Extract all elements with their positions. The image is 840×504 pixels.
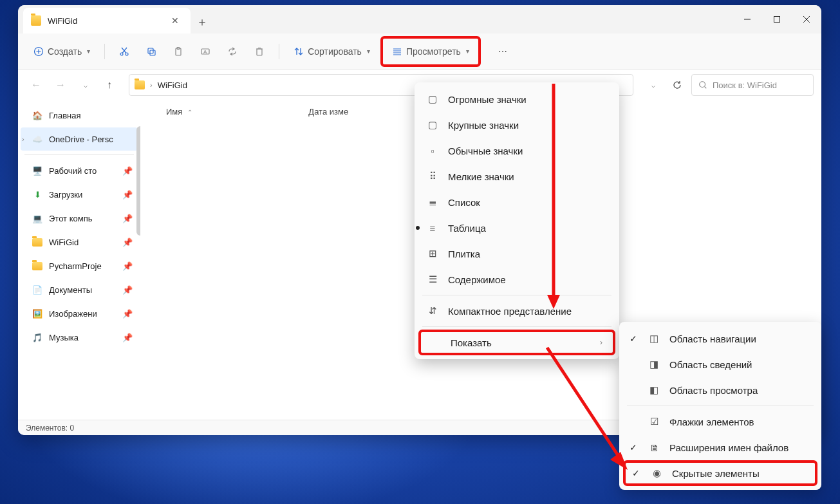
view-small[interactable]: ⠿Мелкие значки (418, 163, 615, 189)
delete-button[interactable] (248, 40, 271, 63)
cut-button[interactable] (113, 40, 136, 63)
chevron-down-icon: ▾ (466, 48, 469, 55)
new-tab-button[interactable]: ＋ (191, 10, 214, 33)
nav-forward[interactable]: → (50, 75, 71, 95)
pane-icon: ◧ (648, 384, 660, 396)
minimize-button[interactable] (733, 5, 762, 33)
refresh-button[interactable] (667, 75, 687, 95)
view-label: Просмотреть (406, 46, 461, 57)
addr-dropdown[interactable]: ⌵ (642, 75, 663, 95)
svg-line-27 (705, 87, 707, 89)
eye-icon: ◉ (650, 467, 663, 479)
check-icon: ✓ (631, 468, 641, 478)
grid-icon: ▢ (426, 119, 439, 131)
show-extensions[interactable]: ✓🗎Расширения имен файлов (623, 434, 817, 460)
folder-icon (135, 80, 145, 89)
sidebar-onedrive[interactable]: › ☁️ OneDrive - Persc (21, 127, 138, 151)
pin-icon: 📌 (122, 309, 133, 319)
selected-dot (416, 226, 420, 230)
tab-close[interactable]: ✕ (167, 14, 183, 27)
file-icon: 🗎 (648, 442, 660, 453)
show-checkboxes[interactable]: ☑Флажки элементов (623, 409, 817, 434)
titlebar: WiFiGid ✕ ＋ (18, 5, 821, 33)
document-icon: 📄 (32, 285, 42, 295)
sidebar-home[interactable]: 🏠 Главная (21, 104, 138, 127)
show-hidden-items[interactable]: ✓◉Скрытые элементы (623, 460, 817, 486)
sidebar-item-downloads[interactable]: ⬇Загрузки📌 (21, 183, 138, 206)
pin-icon: 📌 (122, 190, 133, 200)
view-list[interactable]: ≣Список (418, 189, 615, 215)
view-button[interactable]: Просмотреть ▾ (386, 40, 476, 63)
sort-asc-icon: ⌃ (187, 109, 192, 116)
svg-rect-12 (150, 50, 155, 55)
svg-rect-17 (257, 49, 262, 55)
view-show-submenu[interactable]: Показать› (418, 330, 615, 355)
show-menu: ✓◫Область навигации ◨Область сведений ◧О… (619, 322, 821, 490)
search-input[interactable]: Поиск в: WiFiGid (691, 74, 814, 96)
copy-button[interactable] (140, 40, 163, 63)
view-menu: ▢Огромные значки ▢Крупные значки ▫Обычны… (415, 82, 619, 359)
pin-icon: 📌 (122, 166, 133, 176)
show-nav-pane[interactable]: ✓◫Область навигации (623, 326, 817, 351)
sidebar-item-thispc[interactable]: 💻Этот компь📌 (21, 207, 138, 230)
pc-icon: 💻 (32, 213, 42, 223)
chevron-right-icon: › (600, 338, 602, 347)
tab-title: WiFiGid (48, 16, 167, 26)
svg-rect-11 (148, 48, 153, 53)
cloud-icon: ☁️ (32, 134, 42, 144)
breadcrumb[interactable]: WiFiGid (158, 80, 187, 90)
new-label: Создать (48, 46, 82, 57)
sort-button[interactable]: Сортировать ▾ (287, 40, 377, 63)
folder-icon (32, 262, 42, 270)
grid-icon: ▢ (426, 93, 439, 105)
grid-icon: ⠿ (426, 171, 439, 182)
search-placeholder: Поиск в: WiFiGid (713, 80, 777, 90)
maximize-button[interactable] (762, 5, 792, 33)
show-details-pane[interactable]: ◨Область сведений (623, 351, 817, 377)
view-tiles[interactable]: ⊞Плитка (418, 241, 615, 266)
content-icon: ☰ (426, 274, 439, 285)
view-content[interactable]: ☰Содержимое (418, 266, 615, 292)
sidebar-item-music[interactable]: 🎵Музыка📌 (21, 326, 138, 349)
nav-recent[interactable]: ⌵ (75, 75, 95, 95)
chevron-right-icon: › (22, 135, 24, 143)
col-date[interactable]: Дата изме (308, 107, 348, 117)
close-button[interactable] (792, 5, 821, 33)
nav-up[interactable]: ↑ (99, 75, 120, 95)
sidebar-item-documents[interactable]: 📄Документы📌 (21, 278, 138, 301)
details-icon: ≡ (426, 223, 439, 234)
check-icon: ✓ (628, 333, 639, 344)
sidebar-item-wifigid[interactable]: WiFiGid📌 (21, 230, 138, 254)
pin-icon: 📌 (122, 238, 133, 247)
view-compact[interactable]: ⇵Компактное представление (418, 298, 615, 324)
music-icon: 🎵 (32, 332, 42, 342)
view-extra-large[interactable]: ▢Огромные значки (418, 86, 615, 112)
pin-icon: 📌 (122, 285, 133, 295)
view-button-highlight: Просмотреть ▾ (380, 36, 481, 67)
sidebar-item-pycharm[interactable]: PycharmProje📌 (21, 254, 138, 277)
sidebar-item-desktop[interactable]: 🖥️Рабочий сто📌 (21, 159, 138, 182)
share-button[interactable] (221, 40, 244, 63)
list-icon: ≣ (426, 196, 439, 208)
svg-line-9 (122, 48, 127, 53)
view-large[interactable]: ▢Крупные значки (418, 112, 615, 138)
checkbox-icon: ☑ (648, 416, 660, 427)
more-button[interactable]: ⋯ (491, 40, 514, 63)
view-details[interactable]: ≡Таблица (418, 215, 615, 241)
nav-back[interactable]: ← (26, 75, 46, 95)
svg-point-26 (700, 82, 705, 88)
new-button[interactable]: Создать ▾ (27, 40, 97, 63)
tab-current[interactable]: WiFiGid ✕ (23, 8, 191, 33)
sidebar-item-pictures[interactable]: 🖼️Изображени📌 (21, 302, 138, 325)
paste-button[interactable] (167, 40, 190, 63)
toolbar: Создать ▾ A Сортировать ▾ Просмотреть ▾ … (18, 33, 821, 70)
svg-text:A: A (203, 49, 207, 55)
col-name[interactable]: Имя⌃ (166, 107, 192, 117)
home-icon: 🏠 (32, 110, 42, 120)
breadcrumb-sep: › (150, 81, 153, 89)
pane-icon: ◫ (648, 333, 660, 344)
rename-button[interactable]: A (194, 40, 217, 63)
show-preview-pane[interactable]: ◧Область просмотра (623, 377, 817, 403)
check-icon: ✓ (628, 442, 639, 453)
view-medium[interactable]: ▫Обычные значки (418, 138, 615, 163)
